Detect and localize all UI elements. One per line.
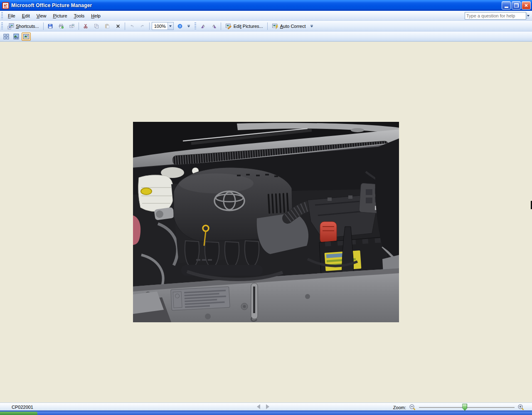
toolbar-options-chevron[interactable] [186,22,191,30]
thumbnail-view-icon [3,33,10,40]
separator [221,22,221,30]
zoom-controls: Zoom: [393,404,525,411]
menu-bar: File Edit View Picture Tools Help [0,11,532,21]
zoom-slider[interactable] [419,404,515,411]
redo-icon [140,23,145,30]
help-button[interactable]: ? [175,22,185,31]
toolbar-grip[interactable] [195,22,196,30]
single-picture-view-icon [23,33,30,40]
svg-text:?: ? [179,25,181,28]
shortcuts-label: Shortcuts... [16,24,39,29]
cut-button[interactable] [81,22,91,31]
zoom-combo-dropdown[interactable] [167,22,173,30]
mail-picture-icon [69,23,74,30]
separator [267,22,268,30]
zoom-combo[interactable]: 100% [152,22,174,30]
separator [43,22,44,30]
filmstrip-view-button[interactable] [12,32,21,41]
engine-bay-photo [133,122,399,322]
standard-toolbar: Shortcuts... [0,21,532,32]
picture-manager-window: Microsoft Office Picture Manager ✕ File … [0,0,532,415]
cut-icon [83,23,88,30]
redo-button [138,22,148,31]
print-icon [59,23,64,30]
status-bar: CP022001 Zoom: [0,403,532,412]
minimize-button[interactable] [502,1,511,10]
minimize-icon [505,7,508,8]
auto-correct-label: Auto Correct [280,24,306,29]
menu-tools[interactable]: Tools [71,12,88,20]
rotate-left-icon [201,23,206,30]
zoom-out-icon[interactable] [409,404,416,411]
photo-frame[interactable] [133,122,399,322]
edit-pictures-label: Edit Pictures... [234,24,263,29]
help-combo-dropdown[interactable] [527,12,530,19]
help-question-input[interactable] [465,13,527,19]
filmstrip-view-icon [13,33,20,40]
mail-picture-button[interactable] [67,22,77,31]
paste-button [102,22,112,31]
chevron-down-icon [169,25,172,27]
close-icon: ✕ [524,3,528,8]
menu-picture[interactable]: Picture [49,12,70,20]
menu-help[interactable]: Help [88,12,104,20]
windows-taskbar-edge[interactable] [0,412,532,415]
separator [149,22,150,30]
edit-pictures-icon [225,23,232,30]
print-button[interactable] [56,22,66,31]
toolbar-grip[interactable] [1,12,3,19]
rotate-left-button[interactable] [198,22,208,31]
delete-button[interactable] [113,22,123,31]
delete-icon [116,23,121,30]
picture-navigation [257,404,269,409]
copy-button[interactable] [91,22,101,31]
picture-filename: CP022001 [12,405,33,410]
restore-icon [514,3,519,7]
zoom-label: Zoom: [393,405,406,410]
zoom-in-icon[interactable] [517,404,525,411]
view-mode-toolbar [0,32,532,42]
save-icon [48,23,53,30]
help-icon: ? [177,23,182,30]
title-bar: Microsoft Office Picture Manager ✕ [0,0,532,11]
zoom-combo-value: 100% [152,24,167,29]
single-picture-view-button[interactable] [22,32,31,41]
shortcuts-icon [7,23,14,30]
help-question-box[interactable] [465,12,526,20]
save-button[interactable] [45,22,55,31]
zoom-slider-thumb[interactable] [462,404,467,411]
picture-canvas[interactable] [0,42,532,403]
paste-icon [105,23,110,30]
separator [79,22,79,30]
menu-file[interactable]: File [5,12,19,20]
undo-icon [129,23,134,30]
toolbar-grip[interactable] [1,22,3,30]
menu-view[interactable]: View [33,12,50,20]
toolbar-options-chevron[interactable] [309,22,314,30]
separator [125,22,125,30]
auto-correct-icon [272,23,278,30]
window-title: Microsoft Office Picture Manager [11,2,501,8]
chevron-down-icon [527,15,530,17]
start-button-edge[interactable] [0,412,37,415]
restore-button[interactable] [512,1,521,10]
previous-picture-button[interactable] [257,404,260,409]
close-button[interactable]: ✕ [522,1,531,10]
rotate-right-icon [212,23,217,30]
copy-icon [94,23,99,30]
app-icon [2,2,9,9]
menu-edit[interactable]: Edit [19,12,33,20]
rotate-right-button[interactable] [209,22,219,31]
auto-correct-button[interactable]: Auto Correct [269,22,308,31]
next-picture-button[interactable] [266,404,269,409]
edit-pictures-button[interactable]: Edit Pictures... [223,22,266,31]
thumbnail-view-button[interactable] [2,32,11,41]
shortcuts-button[interactable]: Shortcuts... [5,22,42,31]
undo-button [127,22,137,31]
